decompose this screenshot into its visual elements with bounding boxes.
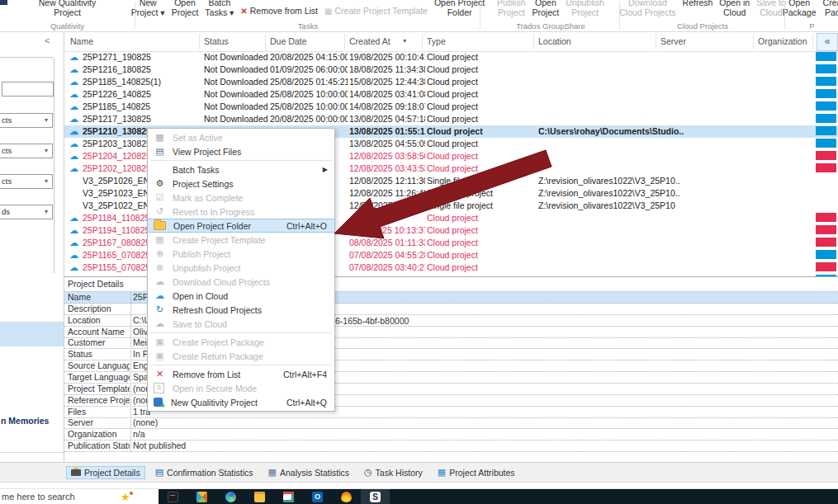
filter-search-input[interactable] [2, 82, 54, 97]
tab-analysis-statistics[interactable]: ▦Analysis Statistics [263, 465, 354, 479]
project-name: 25P1185_140825 [83, 101, 201, 111]
taskbar-icon-slot-explorer[interactable] [245, 489, 274, 504]
store-icon [196, 492, 207, 502]
details-field-value: n/a [133, 429, 835, 439]
filter-dropdown[interactable]: cts▾ [0, 113, 53, 128]
ribbon-button-open-incloud[interactable]: Open inCloud [719, 0, 750, 17]
project-status: Not Downloaded [204, 77, 268, 87]
details-field-label: Description [68, 304, 130, 313]
mark-complete-icon: ☑ [154, 192, 166, 203]
details-field-label: Reference Project [68, 395, 130, 405]
nav-item[interactable] [0, 371, 64, 397]
view-files-icon: ▤ [154, 146, 166, 157]
taskbar-search-box[interactable]: me here to search [0, 489, 159, 504]
taskbar-icon-slot-edge[interactable] [216, 489, 245, 504]
ribbon-buttons-trados-groupshare: PublishProjectOpenProjectUnpublishProjec… [482, 0, 619, 21]
tab-task-history[interactable]: ◷Task History [359, 465, 428, 479]
taskbar-icon-slot-outlook[interactable]: O [303, 489, 332, 504]
ribbon-button-label-line2: Pac [823, 8, 838, 18]
nav-item[interactable] [0, 346, 64, 372]
taskbar-icon-slot-flame[interactable] [332, 489, 361, 504]
column-header-due-date[interactable]: Due Date [270, 36, 306, 46]
column-header-location[interactable]: Location [538, 36, 571, 46]
column-header-server[interactable]: Server [660, 36, 686, 46]
details-field-label: Target Languages [68, 372, 130, 382]
ribbon-button-label-line2: Project ▾ [131, 8, 165, 18]
menu-item-batch-tasks[interactable]: Batch Tasks▶ [148, 163, 334, 177]
column-header-name[interactable]: Name [70, 36, 93, 46]
menu-item-open-project-folder[interactable]: Open Project FolderCtrl+Alt+O [148, 219, 334, 233]
table-row[interactable]: ☁25P1217_130825Not Downloaded20/08/2025 … [64, 113, 838, 125]
taskbar-icon-slot-tasks-app[interactable] [274, 489, 303, 504]
project-type: Cloud project [427, 213, 536, 223]
column-header-organization[interactable]: Organization [758, 36, 807, 46]
menu-item-project-settings[interactable]: ⚙Project Settings [148, 177, 334, 191]
collapse-columns-button[interactable]: « [817, 33, 838, 51]
taskbar-icon-slot-trados[interactable]: S [361, 489, 390, 504]
ribbon-button-batchtasks[interactable]: BatchTasks ▾ [205, 0, 234, 17]
nav-item-selected[interactable] [0, 322, 64, 347]
menu-item-label: Open Project Folder [173, 221, 251, 231]
nav-item[interactable] [0, 307, 64, 323]
ribbon-button-new-qualitivityproject[interactable]: New QualitivityProject [39, 0, 96, 17]
table-row[interactable]: ☁25P1226_140825Not Downloaded25/08/2025 … [64, 88, 838, 101]
tab-project-attributes[interactable]: ▦Project Attributes [433, 465, 520, 479]
remove-from-list-icon: ✕ [240, 7, 247, 16]
column-header-created-at[interactable]: Created At▼ [349, 36, 408, 46]
column-separator [422, 34, 423, 49]
menu-item-remove-from-list[interactable]: ✕Remove from ListCtrl+Alt+F4 [148, 367, 334, 381]
filter-dropdown[interactable]: ds▾ [0, 205, 53, 219]
column-separator [812, 34, 813, 49]
menu-item-refresh-cloud-projects[interactable]: ↻Refresh Cloud Projects [148, 303, 334, 317]
nav-item[interactable] [0, 436, 64, 453]
task-history-icon: ◷ [364, 467, 372, 478]
ribbon-button-refresh[interactable]: Refresh [683, 0, 713, 8]
menu-item-create-project-package: ▣Create Project Package [148, 335, 334, 349]
ribbon-button-remove-from-list[interactable]: ✕Remove from List [240, 7, 318, 16]
project-name: 25P1226_140825 [83, 89, 201, 99]
ribbon-button-publishproject: PublishProject [497, 0, 525, 17]
collapse-panel-chevron-icon[interactable]: < [45, 35, 50, 45]
table-row[interactable]: ☁25P1271_190825Not Downloaded20/08/2025 … [64, 51, 838, 64]
nav-item[interactable] [0, 396, 64, 412]
filter-dropdown[interactable]: cts▾ [0, 144, 53, 158]
ribbon-button-open-projectfolder[interactable]: Open ProjectFolder [434, 0, 485, 17]
menu-item-new-qualitivity-project[interactable]: New Qualitivity ProjectCtrl+Alt+Q [148, 395, 334, 409]
menu-item-open-in-cloud[interactable]: ☁Open in Cloud [148, 289, 334, 303]
created-at: 07/08/2025 04:55:28.. [349, 250, 425, 260]
filter-dropdown[interactable]: cts▾ [0, 174, 53, 189]
tab-project-details[interactable]: Project Details [66, 466, 145, 479]
taskbar-icon-slot-cmd[interactable] [159, 489, 187, 504]
submenu-arrow-icon: ▶ [323, 166, 328, 173]
taskbar-icon-slot-store[interactable] [187, 489, 216, 504]
organization-color-bar [816, 114, 836, 123]
ribbon-button-label: Remove from List [250, 7, 318, 16]
table-row[interactable]: ☁25P1185_140825(1)Not Downloaded25/08/20… [64, 76, 838, 88]
column-header-type[interactable]: Type [427, 36, 446, 46]
table-row[interactable]: ☁25P1216_180825Not Downloaded01/09/2025 … [64, 64, 838, 76]
nav-item-translation-memories[interactable]: n Memories [0, 411, 64, 436]
details-row-server: Server(none) [64, 417, 838, 429]
tab-confirmation-statistics[interactable]: ▤Confirmation Statistics [150, 465, 258, 479]
ribbon-group-separator [135, 2, 135, 29]
nav-item[interactable] [0, 273, 64, 290]
ribbon-button-creapac[interactable]: CreaPac [823, 0, 838, 17]
ribbon-button-openproject[interactable]: OpenProject [533, 0, 560, 17]
ribbon-button-openproject[interactable]: OpenProject [172, 0, 199, 17]
app-window: New QualitivityProjectQualitivityNewProj… [0, 0, 838, 504]
ribbon-group-separator [619, 2, 620, 29]
created-at: 14/08/2025 09:18:07.. [349, 101, 425, 111]
ribbon-group-tasks: NewProject ▾OpenProjectBatchTasks ▾✕Remo… [137, 0, 479, 31]
briefcase-icon [71, 469, 81, 476]
menu-item-view-project-files[interactable]: ▤View Project Files [148, 144, 334, 158]
column-header-status[interactable]: Status [204, 36, 229, 46]
ribbon-group-label-qualitivity: Qualitivity [0, 21, 135, 31]
nav-item[interactable] [0, 289, 64, 308]
menu-item-shortcut: Ctrl+Alt+F4 [283, 370, 327, 379]
ribbon-button-newproject[interactable]: NewProject ▾ [131, 0, 165, 17]
organization-color-bar [816, 151, 836, 160]
ribbon-button-openpackage[interactable]: OpenPackage [783, 0, 817, 17]
table-row[interactable]: ☁25P1185_140825Not Downloaded25/08/2025 … [64, 101, 838, 113]
search-highlights-star-icon[interactable]: ★ [121, 489, 130, 504]
menu-separator [150, 332, 332, 333]
